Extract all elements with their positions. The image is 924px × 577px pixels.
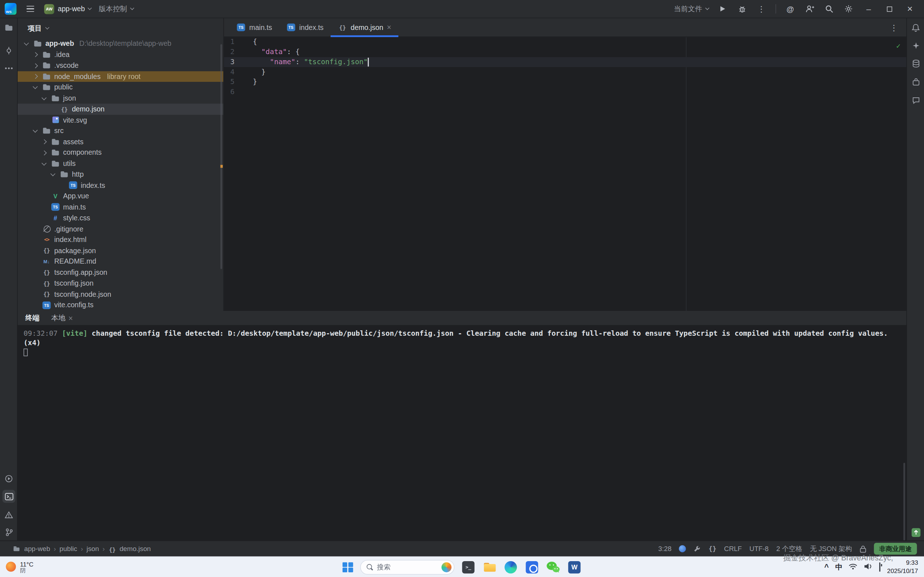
start-button[interactable] [342,562,353,573]
expand-icon[interactable] [33,84,38,89]
collapse-icon[interactable] [33,74,38,79]
expand-icon[interactable] [42,161,47,165]
collapse-icon[interactable] [33,52,38,57]
line-separator-widget[interactable]: CRLF [724,545,742,553]
expand-icon[interactable] [33,128,38,132]
close-terminal-tab-icon[interactable] [68,313,73,322]
tree-item-idea[interactable]: .idea [18,49,223,60]
tree-item-readme-md[interactable]: README.md [18,256,223,267]
vcs-widget[interactable]: 版本控制 [99,4,134,14]
encoding-widget[interactable]: UTF-8 [749,545,769,553]
breadcrumb-demo-json[interactable]: demo.json [120,545,151,553]
search-everywhere-icon[interactable] [824,3,834,14]
code-line[interactable]: 6 [224,87,906,97]
update-plugin-icon[interactable] [909,526,922,539]
minimize-button[interactable] [863,3,874,15]
ime-indicator[interactable]: 中 [835,562,842,572]
code-line[interactable]: 4 } [224,67,906,77]
wifi-icon[interactable] [849,562,858,571]
tree-item-node-modules[interactable]: node_moduleslibrary root [18,71,223,82]
code-line[interactable]: 5} [224,77,906,87]
tool-status-icon[interactable] [694,545,701,553]
word-button[interactable] [567,560,582,574]
terminal-scrollbar[interactable] [903,463,905,541]
problems-tool-icon[interactable] [3,508,16,521]
run-config-widget[interactable]: 当前文件 [674,4,709,14]
main-menu-icon[interactable] [24,3,36,14]
tree-item-utils[interactable]: utils [18,158,223,169]
project-tool-icon[interactable] [3,21,16,34]
tree-item-app-vue[interactable]: App.vue [18,191,223,201]
plugins-tool-icon[interactable] [909,76,922,89]
debug-button[interactable] [737,3,747,14]
project-widget[interactable]: AW app-web [44,4,91,14]
edge-button[interactable] [504,560,518,574]
tree-item-demo-json[interactable]: demo.json [18,103,223,114]
wechat-button[interactable] [546,560,560,574]
collapse-icon[interactable] [42,140,47,144]
tree-item-vite-svg[interactable]: vite.svg [18,115,223,126]
tree-item-index-ts[interactable]: index.ts [18,180,223,191]
project-panel-header[interactable]: 项目 [18,18,223,39]
project-scrollbar[interactable] [221,44,222,269]
taskbar-app-blue[interactable] [525,560,539,574]
notifications-bell-icon[interactable] [909,21,922,34]
lock-icon[interactable] [860,545,866,553]
expand-icon[interactable] [51,171,56,176]
tree-item-app-web[interactable]: app-webD:\desktop\template\app-web [18,38,223,49]
tree-item-gitignore[interactable]: .gitignore [18,224,223,234]
indent-widget[interactable]: 2 个空格 [776,544,802,553]
more-actions-icon[interactable] [756,3,767,14]
tree-item-tsconfig-node-json[interactable]: tsconfig.node.json [18,289,223,300]
tree-item-assets[interactable]: assets [18,136,223,147]
ai-assistant-icon[interactable] [909,39,922,52]
tab-main-ts[interactable]: main.ts [229,18,279,37]
mentions-icon[interactable] [785,3,795,14]
code-line[interactable]: 1{ [224,37,906,47]
breadcrumb-app-web[interactable]: app-web [24,545,50,553]
collapse-icon[interactable] [42,150,47,155]
close-window-button[interactable] [904,3,916,15]
code-line[interactable]: 2 "data": { [224,47,906,57]
commit-tool-icon[interactable] [3,44,16,57]
terminal-tab-local[interactable]: 本地 [51,313,73,323]
maximize-button[interactable] [883,3,895,15]
tree-item-tsconfig-json[interactable]: tsconfig.json [18,278,223,289]
settings-gear-icon[interactable] [843,3,854,14]
terminal-output[interactable]: 09:32:07 [vite] changed tsconfig file de… [18,326,906,363]
more-tools-icon[interactable] [3,62,16,75]
close-tab-icon[interactable] [387,23,391,32]
tree-item-public[interactable]: public [18,82,223,93]
inspections-ok-icon[interactable] [896,41,901,51]
collapse-icon[interactable] [33,63,38,68]
tree-item-src[interactable]: src [18,126,223,136]
taskbar-search[interactable]: 搜索 [360,560,454,575]
run-button[interactable] [717,3,728,14]
taskbar-app-dark[interactable] [461,560,475,574]
tree-item-main-ts[interactable]: main.ts [18,201,223,213]
tree-item-vscode[interactable]: .vscode [18,60,223,71]
terminal-tool-icon[interactable] [3,490,16,503]
weather-widget[interactable]: 11°C 阴 [0,560,34,574]
tree-item-http[interactable]: http [18,169,223,180]
breadcrumb-json[interactable]: json [87,545,99,553]
hidden-icons-chevron[interactable] [824,562,829,571]
tree-item-json[interactable]: json [18,93,223,103]
braces-status-icon[interactable]: {} [709,546,716,552]
code-line-current[interactable]: 3 "name": "tsconfig.json" [224,57,906,67]
code-with-me-icon[interactable] [804,3,815,14]
tab-index-ts[interactable]: index.ts [279,18,331,37]
ai-chat-icon[interactable] [909,94,922,107]
tree-item-tsconfig-app-json[interactable]: tsconfig.app.json [18,267,223,278]
database-tool-icon[interactable] [909,57,922,70]
services-tool-icon[interactable] [3,472,16,485]
tree-item-vite-config-ts[interactable]: vite.config.ts [18,300,223,311]
expand-icon[interactable] [42,95,47,100]
tab-options-icon[interactable] [881,18,906,37]
code-editor[interactable]: 1{ 2 "data": { 3 "name": "tsconfig.json"… [224,37,906,311]
tree-item-package-json[interactable]: package.json [18,245,223,256]
volume-icon[interactable] [864,562,873,571]
expand-icon[interactable] [24,40,29,45]
breadcrumb-public[interactable]: public [60,545,77,553]
battery-icon[interactable] [880,563,881,571]
